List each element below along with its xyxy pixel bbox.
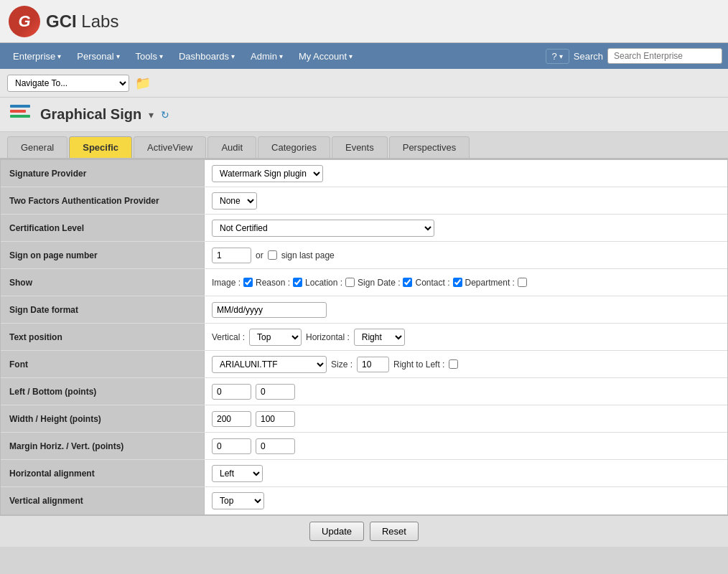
- logo-area: G GCI Labs: [9, 6, 118, 37]
- navbar: Enterprise ▾ Personal ▾ Tools ▾ Dashboar…: [0, 43, 728, 69]
- checkbox-rtl[interactable]: [449, 359, 458, 369]
- update-button[interactable]: Update: [309, 522, 364, 541]
- nav-tools[interactable]: Tools ▾: [129, 47, 170, 66]
- size-label: Size :: [331, 359, 353, 370]
- field-margin: [205, 434, 727, 458]
- checkbox-department[interactable]: [518, 278, 527, 287]
- select-font[interactable]: ARIALUNI.TTF: [212, 356, 327, 373]
- input-font-size[interactable]: [357, 357, 389, 372]
- tab-specific[interactable]: Specific: [69, 136, 132, 158]
- input-width[interactable]: [212, 411, 251, 427]
- tab-activeview[interactable]: ActiveView: [134, 136, 206, 158]
- nav-dashboards-arrow: ▾: [231, 52, 235, 60]
- input-margin-vert[interactable]: [256, 438, 295, 454]
- tab-events[interactable]: Events: [332, 136, 388, 158]
- search-area: ? ▾ Search: [546, 48, 722, 64]
- search-label: Search: [574, 51, 603, 62]
- row-show: Show Image : Reason : Location : Sign Da…: [1, 269, 727, 296]
- logo-icon: G: [9, 6, 40, 37]
- show-image-label: Image :: [212, 278, 241, 288]
- folder-icon[interactable]: 📁: [135, 75, 151, 91]
- checkbox-image[interactable]: [243, 278, 253, 287]
- label-signature-provider: Signature Provider: [1, 160, 205, 187]
- label-horiz-align: Horizontal alignment: [1, 460, 205, 486]
- label-sign-page: Sign on page number: [1, 242, 205, 268]
- nav-personal[interactable]: Personal ▾: [70, 47, 126, 66]
- field-sign-page: or sign last page: [205, 243, 727, 268]
- row-vert-align: Vertical alignment Top Middle Bottom: [1, 487, 727, 514]
- tab-perspectives[interactable]: Perspectives: [389, 136, 470, 158]
- checkbox-location[interactable]: [345, 278, 355, 287]
- select-horizontal[interactable]: Left Center Right: [354, 329, 405, 346]
- icon-line-3: [10, 115, 30, 118]
- checkbox-contact[interactable]: [453, 278, 462, 287]
- tab-categories[interactable]: Categories: [258, 136, 330, 158]
- row-certification: Certification Level Not Certified: [1, 215, 727, 242]
- checkbox-signdate[interactable]: [403, 278, 412, 287]
- field-vert-align: Top Middle Bottom: [205, 488, 727, 514]
- nav-dashboards[interactable]: Dashboards ▾: [172, 47, 242, 66]
- nav-enterprise-arrow: ▾: [57, 52, 61, 60]
- label-width-height: Width / Height (points): [1, 405, 205, 432]
- select-vert-align[interactable]: Top Middle Bottom: [212, 492, 264, 509]
- nav-admin-arrow: ▾: [279, 52, 283, 60]
- label-font: Font: [1, 351, 205, 377]
- input-margin-horiz[interactable]: [212, 438, 251, 454]
- show-signdate-label: Sign Date :: [358, 278, 400, 288]
- icon-line-2: [10, 110, 26, 113]
- vertical-label: Vertical :: [212, 332, 245, 342]
- field-text-position: Vertical : Top Middle Bottom Horizontal …: [205, 324, 727, 350]
- row-date-format: Sign Date format: [1, 296, 727, 324]
- toolbar: Navigate To... 📁: [0, 69, 728, 98]
- field-two-factors: None: [205, 188, 727, 214]
- sign-last-label: sign last page: [281, 250, 335, 260]
- page-icon: [10, 105, 33, 125]
- checkbox-sign-last[interactable]: [268, 250, 277, 260]
- label-margin: Margin Horiz. / Vert. (points): [1, 433, 205, 459]
- footer-buttons: Update Reset: [0, 515, 728, 547]
- nav-personal-arrow: ▾: [116, 52, 120, 60]
- icon-line-1: [10, 105, 30, 108]
- select-two-factors[interactable]: None: [212, 192, 257, 210]
- nav-admin[interactable]: Admin ▾: [243, 47, 290, 66]
- rtl-label: Right to Left :: [393, 359, 444, 370]
- logo-text: GCI Labs: [46, 11, 118, 32]
- row-two-factors: Two Factors Authentication Provider None: [1, 187, 727, 215]
- select-signature-provider[interactable]: Watermark Sign plugin: [212, 165, 323, 182]
- input-height[interactable]: [256, 411, 295, 427]
- nav-myaccount[interactable]: My Account ▾: [291, 47, 360, 66]
- page-title: Graphical Sign: [40, 106, 141, 123]
- page-title-area: Graphical Sign ▾ ↻: [0, 98, 728, 132]
- nav-help[interactable]: ? ▾: [546, 49, 569, 64]
- show-reason-label: Reason :: [256, 278, 290, 288]
- nav-enterprise[interactable]: Enterprise ▾: [6, 47, 68, 66]
- input-bottom[interactable]: [256, 384, 295, 400]
- field-horiz-align: Left Center Right: [205, 461, 727, 486]
- field-show: Image : Reason : Location : Sign Date : …: [205, 273, 727, 292]
- label-show: Show: [1, 269, 205, 296]
- row-left-bottom: Left / Bottom (points): [1, 378, 727, 405]
- row-horiz-align: Horizontal alignment Left Center Right: [1, 460, 727, 487]
- or-text: or: [256, 250, 263, 260]
- show-location-label: Location :: [305, 278, 342, 288]
- label-text-position: Text position: [1, 324, 205, 350]
- reset-button[interactable]: Reset: [370, 522, 419, 541]
- nav-myaccount-arrow: ▾: [349, 52, 353, 60]
- tab-general[interactable]: General: [7, 136, 67, 158]
- select-certification[interactable]: Not Certified: [212, 220, 434, 237]
- select-vertical[interactable]: Top Middle Bottom: [249, 329, 302, 346]
- input-page-number[interactable]: [212, 248, 251, 263]
- title-dropdown-icon[interactable]: ▾: [149, 109, 154, 121]
- refresh-icon[interactable]: ↻: [161, 109, 169, 121]
- select-horiz-align[interactable]: Left Center Right: [212, 465, 263, 482]
- navigate-select[interactable]: Navigate To...: [7, 75, 129, 92]
- tab-audit[interactable]: Audit: [207, 136, 256, 158]
- search-input[interactable]: [607, 48, 722, 64]
- checkbox-reason[interactable]: [293, 278, 302, 287]
- nav-tools-arrow: ▾: [159, 52, 163, 60]
- label-two-factors: Two Factors Authentication Provider: [1, 187, 205, 214]
- field-width-height: [205, 407, 727, 431]
- input-left[interactable]: [212, 384, 251, 400]
- label-date-format: Sign Date format: [1, 296, 205, 323]
- input-date-format[interactable]: [212, 302, 327, 318]
